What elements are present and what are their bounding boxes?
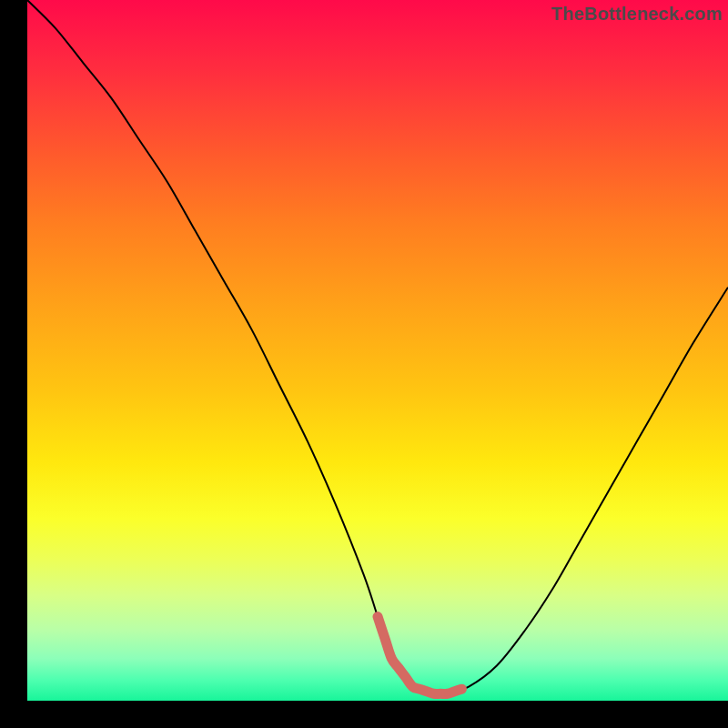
highlight-segment [378, 617, 461, 694]
plot-area: TheBottleneck.com [27, 0, 728, 701]
curve-layer [27, 0, 728, 701]
chart-frame: TheBottleneck.com [0, 0, 728, 728]
bottleneck-curve [27, 0, 728, 694]
